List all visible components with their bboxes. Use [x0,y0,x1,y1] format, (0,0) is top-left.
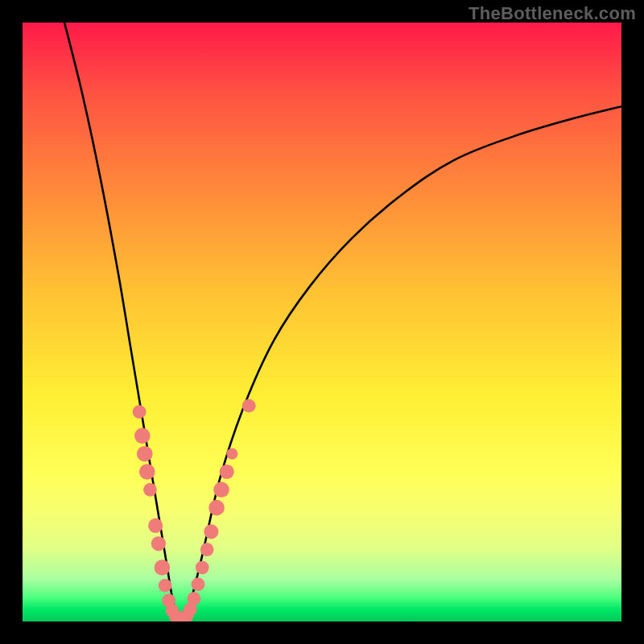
chart-plot-area [23,23,621,621]
highlight-dot [208,500,225,516]
highlight-dot [134,428,151,444]
highlight-dot [159,579,172,592]
highlight-dots-group [133,399,256,621]
highlight-dot [151,536,166,551]
highlight-dot [213,482,229,498]
highlight-dot [187,592,200,605]
watermark-text: TheBottleneck.com [469,3,636,24]
highlight-dot [155,559,171,576]
highlight-dot [133,405,147,419]
highlight-dot [200,543,214,556]
bottleneck-curve-line [64,23,621,621]
highlight-dot [196,561,209,575]
highlight-dot [139,464,155,480]
highlight-dot [242,399,256,413]
highlight-dot [204,524,218,539]
highlight-dot [226,448,237,460]
highlight-dot [137,446,153,462]
highlight-dot [143,483,157,497]
bottleneck-curve-svg [23,23,621,621]
highlight-dot [148,518,163,533]
highlight-dot [192,577,205,591]
highlight-dot [220,464,234,479]
